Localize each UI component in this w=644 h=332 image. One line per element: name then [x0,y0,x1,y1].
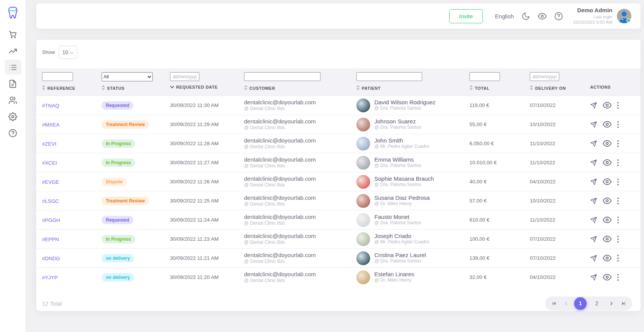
reference-link[interactable]: #PGGH [42,217,60,223]
eye-icon[interactable] [603,196,612,205]
kebab-menu-icon[interactable] [617,255,619,262]
pagination-last-button[interactable] [619,297,628,310]
sidebar-item-documents[interactable] [5,76,21,91]
kebab-menu-icon[interactable] [617,274,619,281]
eye-icon[interactable] [603,215,612,224]
eye-icon[interactable] [603,273,612,282]
cart-icon [8,30,17,39]
reference-link[interactable]: #ZEVI [42,141,57,147]
table-row: #XCEIIn Progress30/09/2022 11:27 AMdenta… [36,153,641,172]
send-icon[interactable] [590,121,597,128]
customer-org: @ Dental Clinic Bds [244,125,356,131]
kebab-menu-icon[interactable] [617,178,619,185]
kebab-menu-icon[interactable] [617,121,619,128]
status-badge: Requested [102,101,133,110]
status-filter-select[interactable]: All [102,72,153,81]
customer-email: dentalclinic@doyourlab.com [244,175,356,183]
send-icon[interactable] [590,274,597,281]
sidebar-item-help[interactable] [5,125,21,141]
customer-filter-input[interactable] [244,72,320,81]
delivery_on-filter-date-input[interactable] [530,72,559,81]
send-icon[interactable] [590,198,597,204]
eye-icon[interactable] [603,177,612,186]
reference-link[interactable]: #LSGC [42,198,59,204]
delivery_on-sort-header[interactable]: DELIVERY ON [530,85,590,91]
sidebar-item-customers[interactable] [5,92,21,108]
send-icon[interactable] [590,255,597,262]
reference-link[interactable]: #MXEA [42,122,60,128]
status-sort-header[interactable]: STATUS [102,85,170,91]
customer-filter [244,72,356,82]
pagination-page-2[interactable]: 2 [591,297,603,310]
customer-org: @ Dental Clinic Bds [244,106,356,112]
total-filter [469,72,530,82]
app-logo[interactable] [0,3,26,24]
total-cell: 610,00 € [469,217,530,223]
reference-link[interactable]: #TNAQ [42,103,59,109]
kebab-menu-icon[interactable] [617,159,619,166]
total-filter-input[interactable] [469,72,500,81]
sidebar-item-shop[interactable] [5,27,21,42]
eye-icon[interactable] [603,120,612,129]
send-icon[interactable] [590,140,597,147]
patient-filter-input[interactable] [356,72,422,81]
pagination-page-1[interactable]: 1 [574,297,587,310]
patient-name: Emma Williams [374,156,421,163]
eye-icon[interactable] [603,158,612,167]
show-label: Show [42,49,55,55]
patient-cell: Susana Diaz Pedrosa@ Dr. Miles Henry [356,194,469,208]
patient-info: Sophie Masana Brauch@ Dra. Paloma Santos [374,175,434,188]
patient-cell: David Wilson Rodriguez@ Dra. Paloma Sant… [356,99,469,112]
delivery-date-cell: 07/10/2022 [530,255,590,261]
user-avatar[interactable] [617,9,631,23]
dark-mode-icon[interactable] [521,12,530,21]
patient-cell: Fausto Monet@ Dra. Paloma Santos [356,213,469,227]
send-icon[interactable] [590,236,597,243]
reference-link[interactable]: #DNDG [42,256,60,261]
customer-cell: dentalclinic@doyourlab.com@ Dental Clini… [244,175,356,188]
kebab-menu-icon[interactable] [617,198,619,204]
customer-sort-header[interactable]: CUSTOMER [244,85,356,91]
total-sort-header[interactable]: TOTAL [469,85,530,91]
eye-icon[interactable] [538,12,547,21]
orders-table-card: Show 10 REFERENCEAllSTATUSREQUESTED DATE… [36,40,641,311]
patient-info: Joseph Criado@ Mr. Pedro Agilar Cuadro [374,233,429,245]
reference-link[interactable]: #EPPN [42,236,59,242]
sidebar-item-orders[interactable] [5,60,21,75]
pagination-prev-button[interactable] [562,297,570,310]
delivery-date-cell: 07/10/2022 [530,102,590,108]
eye-icon[interactable] [603,254,612,262]
send-icon[interactable] [590,102,597,109]
help-icon[interactable] [554,12,563,21]
patient-doctor: @ Dr. Miles Henry [374,201,430,207]
customer-email: dentalclinic@doyourlab.com [244,156,356,164]
eye-icon[interactable] [603,101,612,110]
invite-button[interactable]: Invite [449,9,483,23]
reference-filter-input[interactable] [42,72,73,81]
page-size-select[interactable]: 10 [59,46,77,59]
kebab-menu-icon[interactable] [617,217,619,223]
pagination-first-button[interactable] [550,297,558,310]
kebab-menu-icon[interactable] [617,236,619,243]
patient-sort-header[interactable]: PATIENT [356,85,469,91]
requested_date-sort-header[interactable]: REQUESTED DATE [170,85,244,89]
kebab-menu-icon[interactable] [617,102,619,109]
send-icon[interactable] [590,217,597,223]
reference-link[interactable]: #EVGE [42,179,59,185]
reference-link[interactable]: #YJYP [42,275,58,280]
eye-icon[interactable] [603,139,612,148]
patient-doctor: @ Mr. Pedro Agilar Cuadro [374,144,429,150]
requested_date-filter-date-input[interactable] [170,72,199,81]
sidebar-item-analytics[interactable] [5,43,21,58]
eye-icon[interactable] [603,235,612,243]
reference-sort-header[interactable]: REFERENCE [42,85,102,91]
customer-email: dentalclinic@doyourlab.com [244,99,356,106]
language-selector[interactable]: English [495,13,514,19]
reference-link[interactable]: #XCEI [42,160,57,166]
pagination-next-button[interactable] [607,297,615,310]
sidebar-item-settings[interactable] [5,109,21,124]
send-icon[interactable] [590,178,597,185]
send-icon[interactable] [590,159,597,166]
kebab-menu-icon[interactable] [617,140,619,147]
table-row: #ZEVIIn Progress30/09/2022 11:28 AMdenta… [36,134,641,153]
